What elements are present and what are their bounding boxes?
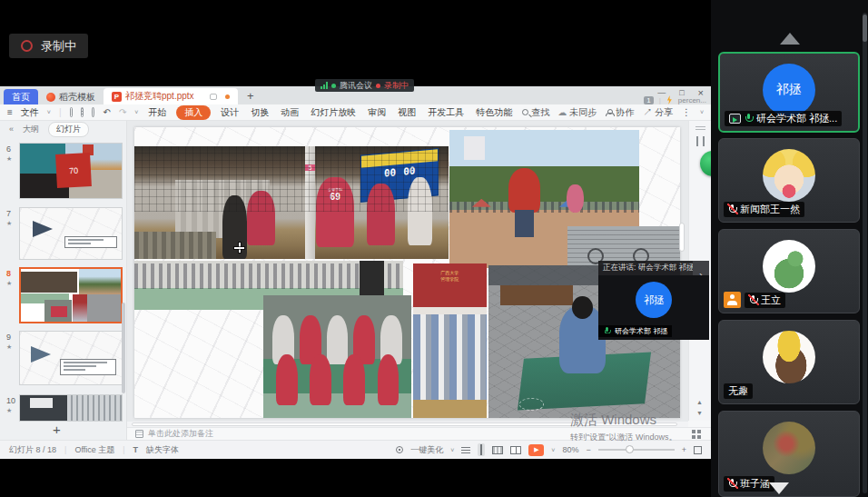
participant-tile-banzihan[interactable]: 班子涵 — [718, 411, 860, 497]
slideshow-play-button[interactable]: ▶ — [528, 444, 544, 456]
properties-sliders-icon[interactable] — [696, 136, 705, 146]
print-preview-icon[interactable] — [92, 107, 94, 117]
recording-badge: 录制中 — [9, 34, 88, 58]
scroll-down-icon[interactable] — [769, 482, 789, 494]
ribbon-tab-transition[interactable]: 切换 — [249, 105, 271, 120]
panel-handle-icon[interactable] — [695, 126, 705, 130]
avatar-dinosaur — [763, 240, 815, 293]
screen: 录制中 腾讯会议 录制中 首页 稻壳模板 P 祁拯竞聘ppt.pptx + — [0, 0, 868, 497]
more-menu-icon[interactable]: ⋮ — [682, 107, 691, 117]
sync-status[interactable]: ☁ 未同步 — [557, 106, 597, 119]
ribbon-tab-insert-active[interactable]: 插入 — [176, 105, 211, 120]
canvas-vertical-scrollbar[interactable] — [679, 223, 685, 252]
account-name[interactable]: percen... — [678, 96, 706, 104]
account-area: 1 | percen... — [644, 95, 706, 104]
banner-line2: 管理学院 — [413, 276, 488, 283]
save-icon[interactable] — [70, 107, 73, 117]
new-tab-button[interactable]: + — [247, 89, 254, 103]
ribbon-tab-animation[interactable]: 动画 — [279, 105, 301, 120]
participant-label: 无趣 — [724, 383, 753, 399]
cloud-icon: ☁ — [557, 107, 567, 117]
beautify-dropdown-icon[interactable]: ˅ — [450, 447, 454, 453]
participant-label: 研会学术部 祁拯... — [725, 111, 842, 126]
zoom-in-button[interactable]: + — [682, 445, 686, 454]
zoom-slider-knob[interactable] — [626, 445, 634, 453]
participant-tile-qizheng[interactable]: 祁拯 研会学术部 祁拯... — [718, 52, 860, 133]
notes-toggle-icon[interactable] — [461, 446, 470, 453]
person-icon — [606, 109, 613, 116]
zoom-out-button[interactable]: − — [586, 445, 590, 454]
print-icon[interactable] — [81, 107, 84, 117]
reading-view-button[interactable] — [510, 446, 521, 454]
slide-thumbnail-6[interactable]: 70 — [19, 143, 123, 199]
slide-sorter-button[interactable] — [492, 446, 503, 454]
recording-label: 录制中 — [41, 38, 76, 55]
speaking-overlay: 正在讲话: 研会学术部 祁拯 › 祁拯 研会学术部 祁拯 — [598, 261, 709, 340]
participant-tile-wuqu[interactable]: 无趣 — [718, 320, 860, 404]
fit-slide-icon[interactable] — [694, 446, 702, 454]
participant-tile-wangli[interactable]: 王立 — [718, 229, 860, 313]
page-down-icon: ▼ — [696, 410, 703, 416]
slides-tab[interactable]: 幻灯片 — [48, 122, 89, 137]
ribbon-tab-features[interactable]: 特色功能 — [474, 105, 514, 120]
ribbon-tab-start[interactable]: 开始 — [146, 105, 168, 120]
missing-font-warning[interactable]: 缺失字体 — [146, 444, 179, 456]
meeting-status-bar[interactable]: 腾讯会议 录制中 — [315, 79, 414, 92]
normal-view-button[interactable] — [478, 443, 485, 456]
tab-docer-templates[interactable]: 稻壳模板 — [38, 89, 104, 104]
participant-name: 研会学术部 祁拯... — [756, 112, 837, 125]
redo-icon[interactable]: ↷ — [119, 107, 126, 117]
participant-name: 新闻部王一然 — [740, 203, 800, 216]
speaker-video-tile[interactable]: 祁拯 研会学术部 祁拯 — [598, 275, 709, 340]
beautify-button[interactable]: 一键美化 — [410, 444, 443, 456]
sidebar-scrollbar-track[interactable] — [863, 13, 867, 493]
layout-grid-icon[interactable] — [692, 430, 695, 433]
watermark-line2: 转到"设置"以激活 Windows。 — [570, 432, 676, 443]
tab-home[interactable]: 首页 — [4, 89, 38, 104]
ribbon-tab-slideshow[interactable]: 幻灯片放映 — [309, 105, 358, 120]
sidebar-scrollbar-thumb[interactable] — [863, 15, 867, 42]
collab-button[interactable]: 协作 — [606, 106, 634, 119]
notes-placeholder[interactable]: 单击此处添加备注 — [148, 428, 213, 440]
unsaved-dot-icon — [225, 94, 230, 99]
share-button[interactable]: ↗ 分享 — [643, 106, 673, 119]
outline-tab[interactable]: 大纲 — [23, 124, 39, 135]
zoom-level[interactable]: 80% — [562, 445, 578, 454]
slide-thumbnail-10[interactable] — [19, 394, 123, 422]
ribbon-tab-view[interactable]: 视图 — [396, 105, 418, 120]
thumb-number-selected: 8 — [6, 269, 11, 278]
zoom-slider[interactable] — [598, 449, 675, 451]
thumb-number: 10 — [6, 396, 15, 405]
ribbon-tab-devtools[interactable]: 开发工具 — [426, 105, 466, 120]
page-nav-arrows[interactable]: ▲▼ — [696, 399, 703, 416]
speaker-label: 研会学术部 祁拯 — [598, 325, 672, 337]
scroll-up-icon[interactable] — [780, 33, 800, 45]
search-box[interactable]: 查找 — [522, 106, 549, 119]
avatar-sailor-moon — [763, 149, 815, 202]
file-menu[interactable]: 文件 — [21, 106, 39, 119]
slide6-70-card: 70 — [55, 153, 92, 188]
animation-star-icon: ★ — [6, 220, 12, 227]
ribbon-tab-review[interactable]: 审阅 — [366, 105, 388, 120]
online-dot-icon — [331, 84, 336, 88]
tab-document-label: 祁拯竞聘ppt.pptx — [125, 90, 194, 103]
play-dropdown-icon[interactable]: ˅ — [551, 447, 555, 453]
slide-thumbnail-8-selected[interactable] — [19, 267, 123, 323]
search-icon — [522, 109, 528, 115]
collapse-panel-icon[interactable]: « — [9, 124, 14, 134]
customize-toolbar-icon[interactable]: ˅ — [134, 109, 138, 115]
add-slide-button[interactable]: + — [53, 422, 61, 437]
participant-tile-wangyiran[interactable]: 新闻部王一然 — [718, 138, 860, 223]
mic-on-icon — [745, 114, 753, 124]
comment-balloon-icon[interactable] — [210, 94, 217, 100]
panel-scrollbar[interactable] — [122, 303, 125, 393]
ribbon-tab-design[interactable]: 设计 — [219, 105, 241, 120]
mic-muted-icon — [728, 479, 736, 489]
slide-thumbnail-7[interactable] — [19, 207, 123, 260]
collapse-ribbon-icon[interactable]: ˅ — [700, 109, 704, 115]
tab-document[interactable]: P 祁拯竞聘ppt.pptx — [104, 88, 238, 104]
theme-name[interactable]: Office 主题 — [74, 444, 114, 456]
speaker-avatar: 祁拯 — [636, 282, 672, 318]
undo-icon[interactable]: ↶ — [103, 107, 110, 117]
slide-thumbnail-9[interactable] — [19, 331, 123, 385]
